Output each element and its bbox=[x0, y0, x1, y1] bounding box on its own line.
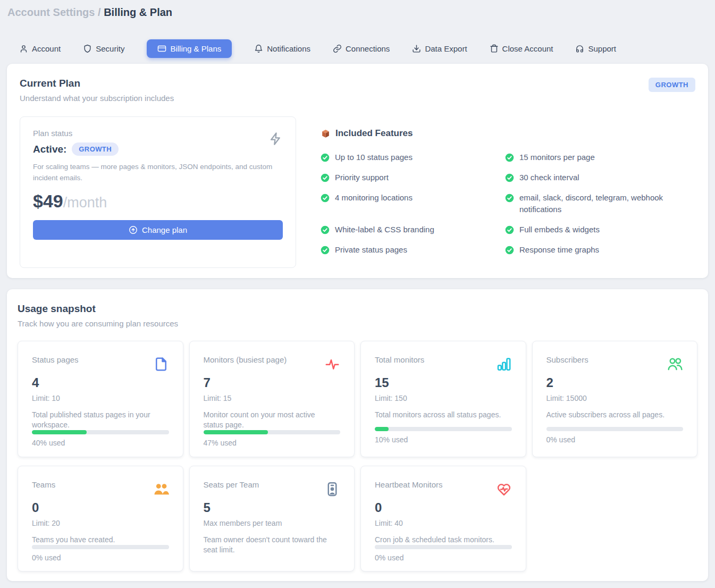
usage-percent-label: 0% used bbox=[375, 553, 512, 562]
feature-label: email, slack, discord, telegram, webhook… bbox=[519, 192, 688, 215]
price-amount: $49 bbox=[33, 191, 63, 211]
plan-price: $49/month bbox=[33, 191, 283, 212]
plan-description: For scaling teams — more pages & monitor… bbox=[33, 162, 277, 184]
usage-percent-label: 47% used bbox=[204, 439, 341, 447]
progress-fill bbox=[32, 430, 87, 434]
progress-track bbox=[375, 545, 512, 549]
zap-icon bbox=[268, 130, 283, 148]
feature-item: Full embeds & widgets bbox=[505, 224, 695, 236]
check-circle-icon bbox=[505, 173, 514, 182]
tab-security[interactable]: Security bbox=[83, 44, 124, 53]
progress-track bbox=[32, 430, 169, 434]
usage-percent-label: 10% used bbox=[375, 435, 512, 444]
current-plan-panel: Current Plan Understand what your subscr… bbox=[7, 64, 708, 278]
tab-connections[interactable]: Connections bbox=[333, 44, 390, 53]
usage-card-description: Active subscribers across all pages. bbox=[546, 410, 679, 420]
check-circle-icon bbox=[505, 194, 514, 203]
features-heading: Included Features bbox=[335, 128, 413, 139]
usage-progress: 0% used bbox=[546, 427, 684, 444]
usage-subtitle: Track how you are consuming plan resourc… bbox=[18, 319, 178, 328]
check-circle-icon bbox=[505, 153, 514, 162]
check-circle-icon bbox=[321, 153, 330, 162]
usage-card-description: Monitor count on your most active status… bbox=[204, 410, 337, 430]
tab-label: Notifications bbox=[267, 44, 310, 53]
feature-label: White-label & CSS branding bbox=[335, 224, 434, 236]
usage-card-limit: Max members per team bbox=[204, 519, 341, 527]
feature-label: 30 check interval bbox=[519, 172, 579, 183]
tab-label: Connections bbox=[346, 44, 390, 53]
usage-card-monitors-busiest-page: Monitors (busiest page)7Limit: 15Monitor… bbox=[189, 341, 355, 457]
usage-percent-label: 0% used bbox=[546, 435, 684, 444]
feature-label: Private status pages bbox=[335, 244, 407, 256]
id-badge-icon bbox=[324, 481, 340, 497]
bell-icon bbox=[254, 44, 263, 53]
user-icon bbox=[19, 44, 28, 53]
trash-icon bbox=[490, 44, 499, 53]
plan-corner-badge: GROWTH bbox=[649, 78, 695, 92]
tab-notifications[interactable]: Notifications bbox=[254, 44, 310, 53]
usage-card-value: 2 bbox=[546, 375, 684, 390]
arrow-up-circle-icon bbox=[129, 225, 138, 234]
usage-card-description: Total monitors across all status pages. bbox=[375, 410, 508, 420]
feature-item: White-label & CSS branding bbox=[321, 224, 505, 236]
tab-account[interactable]: Account bbox=[19, 44, 61, 53]
feature-label: Response time graphs bbox=[519, 244, 599, 256]
plan-active-text: Active: bbox=[33, 144, 66, 155]
usage-grid: Status pages4Limit: 10Total published st… bbox=[18, 341, 697, 572]
feature-item: Up to 10 status pages bbox=[321, 152, 505, 163]
usage-card-title: Heartbeat Monitors bbox=[375, 480, 443, 489]
progress-track bbox=[204, 430, 341, 434]
feature-item: 15 monitors per page bbox=[505, 152, 695, 163]
progress-fill bbox=[204, 430, 268, 434]
users-icon bbox=[667, 356, 683, 372]
bar-chart-icon bbox=[496, 356, 512, 372]
check-circle-icon bbox=[505, 246, 514, 255]
tab-label: Account bbox=[32, 44, 61, 53]
usage-card-status-pages: Status pages4Limit: 10Total published st… bbox=[18, 341, 183, 457]
features-list: Up to 10 status pages15 monitors per pag… bbox=[321, 152, 695, 256]
tab-label: Data Export bbox=[425, 44, 467, 53]
users-filled-icon bbox=[153, 481, 169, 497]
usage-progress: 47% used bbox=[204, 430, 341, 447]
link-icon bbox=[333, 44, 342, 53]
usage-progress: 0% used bbox=[32, 545, 169, 562]
shield-icon bbox=[83, 44, 92, 53]
usage-snapshot-panel: Usage snapshot Track how you are consumi… bbox=[7, 289, 708, 581]
usage-card-description: Team owner doesn't count toward the seat… bbox=[204, 535, 337, 555]
tab-bar: AccountSecurityBilling & PlansNotificati… bbox=[19, 39, 715, 58]
usage-card-description: Cron job & scheduled task monitors. bbox=[375, 535, 508, 545]
usage-card-title: Monitors (busiest page) bbox=[204, 355, 287, 364]
tab-label: Billing & Plans bbox=[170, 44, 221, 53]
credit-card-icon bbox=[157, 44, 166, 53]
usage-card-title: Teams bbox=[32, 480, 55, 489]
file-icon bbox=[153, 356, 169, 372]
price-period: /month bbox=[63, 195, 107, 211]
usage-card-title: Subscribers bbox=[546, 355, 588, 364]
usage-card-limit: Limit: 20 bbox=[32, 519, 169, 527]
check-circle-icon bbox=[321, 246, 330, 255]
tab-data-export[interactable]: Data Export bbox=[412, 44, 467, 53]
feature-label: 15 monitors per page bbox=[519, 152, 595, 163]
check-circle-icon bbox=[321, 194, 330, 203]
usage-card-total-monitors: Total monitors15Limit: 150Total monitors… bbox=[360, 341, 526, 457]
usage-card-seats-per-team: Seats per Team5Max members per teamTeam … bbox=[189, 466, 355, 572]
headphones-icon bbox=[575, 44, 584, 53]
tab-close-account[interactable]: Close Account bbox=[490, 44, 553, 53]
usage-card-value: 5 bbox=[204, 500, 341, 515]
plan-badge: GROWTH bbox=[72, 142, 119, 156]
usage-progress: 0% used bbox=[375, 545, 512, 562]
usage-card-heartbeat-monitors: Heartbeat Monitors0Limit: 40Cron job & s… bbox=[360, 466, 526, 572]
feature-label: Full embeds & widgets bbox=[519, 224, 600, 236]
tab-support[interactable]: Support bbox=[575, 44, 616, 53]
check-circle-icon bbox=[321, 173, 330, 182]
activity-icon bbox=[324, 356, 340, 372]
usage-card-description: Teams you have created. bbox=[32, 535, 165, 545]
usage-card-subscribers: Subscribers2Limit: 15000Active subscribe… bbox=[532, 341, 698, 457]
feature-label: 4 monitoring locations bbox=[335, 192, 413, 204]
usage-card-value: 0 bbox=[375, 500, 512, 515]
usage-card-value: 15 bbox=[375, 375, 512, 390]
progress-track bbox=[375, 427, 512, 431]
usage-card-limit: Limit: 150 bbox=[375, 394, 512, 402]
tab-billing-plans[interactable]: Billing & Plans bbox=[147, 39, 232, 58]
change-plan-button[interactable]: Change plan bbox=[33, 220, 283, 240]
